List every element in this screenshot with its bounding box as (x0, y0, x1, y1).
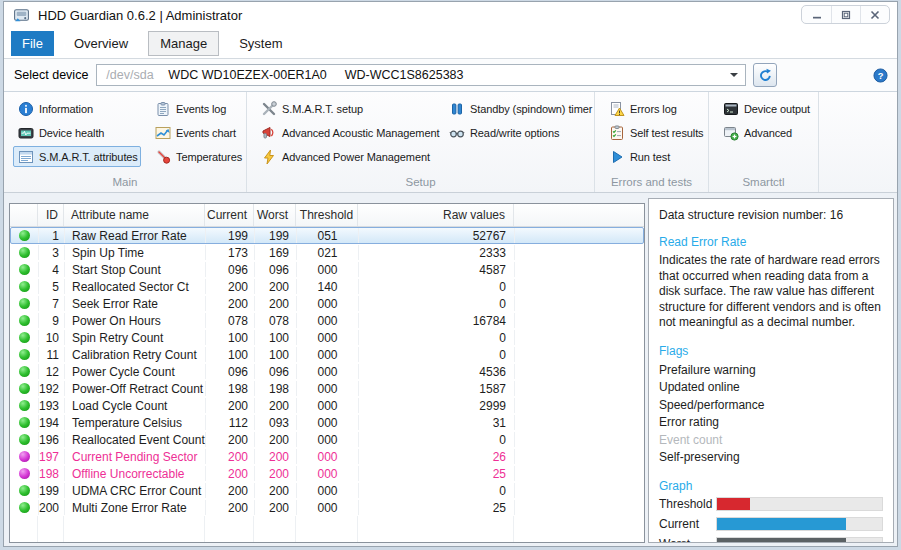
status-cell (11, 262, 39, 277)
cell-filler (515, 279, 643, 294)
events-chart-label: Events chart (176, 127, 236, 139)
cell-id: 1 (39, 228, 65, 243)
ribbon-item-advanced[interactable]: Advanced (718, 122, 815, 143)
ribbon-item-device-health[interactable]: Device health (13, 122, 141, 143)
ribbon-item-read-write-options[interactable]: Read/write options (444, 122, 597, 143)
table-row-12[interactable]: 12Power Cycle Count0960960004536 (10, 363, 644, 380)
cell-current: 173 (206, 245, 255, 260)
table-row-5[interactable]: 5Reallocated Sector Ct2002001400 (10, 278, 644, 295)
filler-cell (205, 516, 254, 542)
ribbon-item-advanced-acoustic-management[interactable]: Advanced Acoustic Management (256, 122, 435, 143)
maximize-button[interactable] (831, 6, 860, 23)
cell-raw: 0 (359, 296, 515, 311)
group-label-smartctl: Smartctl (709, 176, 818, 188)
table-row-200[interactable]: 200Multi Zone Error Rate20020000025 (10, 499, 644, 516)
cell-raw: 0 (359, 279, 515, 294)
ribbon-item-standby-timer[interactable]: Standby (spindown) timer (444, 98, 597, 119)
revision-text: Data structure revision number: 16 (659, 208, 883, 222)
tab-manage[interactable]: Manage (148, 31, 219, 56)
ribbon-item-temperatures[interactable]: Temperatures (150, 146, 247, 167)
cell-worst: 200 (255, 279, 297, 294)
table-row-199[interactable]: 199UDMA CRC Error Count2002000000 (10, 482, 644, 499)
table-row-194[interactable]: 194Temperature Celsius11209300031 (10, 414, 644, 431)
ribbon-item-events-log[interactable]: Events log (150, 98, 247, 119)
table-row-7[interactable]: 7Seek Error Rate2002000000 (10, 295, 644, 312)
tab-system[interactable]: System (228, 31, 293, 56)
cell-name: Calibration Retry Count (65, 347, 206, 362)
app-window: HDD Guardian 0.6.2 | Administrator FileO… (3, 1, 898, 547)
device-output-label: Device output (744, 103, 810, 115)
table-row-11[interactable]: 11Calibration Retry Count1001000000 (10, 346, 644, 363)
cell-raw: 4587 (359, 262, 515, 277)
cell-id: 7 (39, 296, 65, 311)
column-header-threshold[interactable]: Threshold (296, 204, 358, 226)
ribbon-item-events-chart[interactable]: Events chart (150, 122, 247, 143)
help-icon[interactable]: ? (873, 68, 888, 83)
cell-name: Load Cycle Count (65, 398, 206, 413)
window-frame: HDD Guardian 0.6.2 | Administrator FileO… (0, 0, 901, 550)
ribbon-item-advanced-power-management[interactable]: Advanced Power Management (256, 146, 435, 167)
cell-worst: 200 (255, 466, 297, 481)
bar-fill-worst (717, 538, 846, 544)
cell-worst: 169 (255, 245, 297, 260)
app-icon (13, 7, 30, 24)
column-header-id[interactable]: ID (38, 204, 64, 226)
table-row-4[interactable]: 4Start Stop Count0960960004587 (10, 261, 644, 278)
ribbon-item-device-output[interactable]: Device output (718, 98, 815, 119)
ribbon-item-errors-log[interactable]: Errors log (604, 98, 709, 119)
bar-fill-threshold (717, 498, 750, 510)
table-row-193[interactable]: 193Load Cycle Count2002000002999 (10, 397, 644, 414)
column-header-worst[interactable]: Worst (254, 204, 296, 226)
cell-current: 200 (206, 500, 255, 515)
ribbon-item-smart-setup[interactable]: S.M.A.R.T. setup (256, 98, 435, 119)
cell-name: Temperature Celsius (65, 415, 206, 430)
ribbon-item-smart-attributes[interactable]: S.M.A.R.T. attributes (13, 146, 141, 167)
table-row-197[interactable]: 197Current Pending Sector20020000026 (10, 448, 644, 465)
chevron-down-icon[interactable] (730, 73, 738, 81)
tab-file[interactable]: File (11, 31, 54, 56)
ribbon-item-run-test[interactable]: Run test (604, 146, 709, 167)
graph-title: Graph (659, 479, 883, 493)
column-header-status[interactable] (10, 204, 38, 226)
table-row-192[interactable]: 192Power-Off Retract Count1981980001587 (10, 380, 644, 397)
column-header-filler (514, 204, 644, 226)
flag-event-count: Event count (659, 432, 883, 450)
cell-raw: 0 (359, 347, 515, 362)
warning-status-icon (19, 468, 30, 479)
column-header-raw[interactable]: Raw values (358, 204, 514, 226)
events-log-icon (155, 101, 171, 117)
device-select[interactable]: /dev/sda WDC WD10EZEX-00ER1A0 WD-WCC1S86… (96, 64, 746, 86)
cell-id: 4 (39, 262, 65, 277)
table-row-196[interactable]: 196Reallocated Event Count2002000000 (10, 431, 644, 448)
close-button[interactable] (860, 6, 889, 23)
ribbon-item-self-test-results[interactable]: Self test results (604, 122, 709, 143)
table-row-10[interactable]: 10Spin Retry Count1001000000 (10, 329, 644, 346)
cell-raw: 16784 (359, 313, 515, 328)
minimize-button[interactable] (802, 6, 831, 23)
table-row-198[interactable]: 198Offline Uncorrectable20020000025 (10, 465, 644, 482)
ribbon-group-errors-tests: Errors logSelf test resultsRun testError… (595, 92, 709, 192)
status-cell (11, 500, 39, 515)
cell-filler (515, 398, 643, 413)
window-controls (801, 5, 890, 24)
cell-raw: 1587 (359, 381, 515, 396)
cell-id: 193 (39, 398, 65, 413)
refresh-devices-button[interactable] (753, 63, 777, 87)
read-write-options-label: Read/write options (470, 127, 559, 139)
graph-row-worst: Worst (659, 537, 883, 544)
table-row-1[interactable]: 1Raw Read Error Rate19919905152767 (10, 227, 644, 244)
column-header-name[interactable]: Attribute name (64, 204, 205, 226)
column-header-current[interactable]: Current (205, 204, 254, 226)
ribbon-column: Standby (spindown) timerRead/write optio… (435, 98, 597, 167)
status-cell (11, 432, 39, 447)
status-cell (11, 398, 39, 413)
cell-id: 192 (39, 381, 65, 396)
status-cell (11, 364, 39, 379)
cell-id: 200 (39, 500, 65, 515)
ok-status-icon (19, 434, 30, 445)
table-row-3[interactable]: 3Spin Up Time1731690212333 (10, 244, 644, 261)
cell-raw: 25 (359, 466, 515, 481)
ribbon-item-information[interactable]: Information (13, 98, 141, 119)
tab-overview[interactable]: Overview (63, 31, 139, 56)
table-row-9[interactable]: 9Power On Hours07807800016784 (10, 312, 644, 329)
